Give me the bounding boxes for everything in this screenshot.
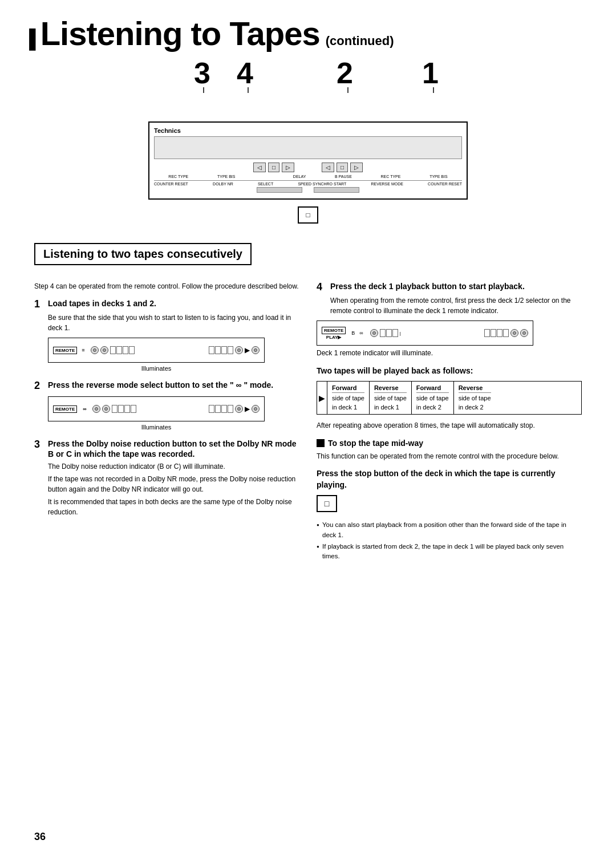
page-title-main: Listening to Tapes [40, 17, 320, 50]
step-3-body-2: If the tape was not recorded in a Dolby … [48, 474, 299, 494]
knob-4d [520, 329, 528, 337]
ctrl-labels: REC TYPETYPE BIS DELAYB PAUSEREC TYPETYP… [154, 175, 462, 179]
diagram-area: 3 4 2 1 Technics ◁ □ ▷ ◁ □ ▷ [34, 56, 582, 226]
illuminates-1: Illuminates [48, 365, 265, 372]
knob-1d [252, 346, 260, 354]
device-controls-row: ◁ □ ▷ ◁ □ ▷ [154, 163, 462, 172]
device-bottom-controls: COUNTER RESET DOLBY NR SELECT SPEED SYNC… [154, 180, 462, 186]
col-right: 4 Press the deck 1 playback button to st… [317, 281, 582, 563]
knob-1a [91, 346, 99, 354]
playback-flow-table: ▶ Forward side of tape in deck 1 Reverse… [317, 381, 582, 415]
step-3-block: 3 Press the Dolby noise reduction button… [34, 439, 299, 517]
bullet-note-2: If playback is started from deck 2, the … [317, 542, 582, 562]
stop-button-diagram: □ [298, 206, 318, 224]
step-1-header: 1 Load tapes in decks 1 and 2. [34, 298, 299, 310]
step-2-title: Press the reverse mode select button to … [48, 380, 273, 390]
step-4-header: 4 Press the deck 1 playback button to st… [317, 281, 582, 293]
step-1-body: Be sure that the side that you wish to s… [48, 313, 299, 333]
device-display [154, 136, 462, 159]
dots-2a [112, 405, 136, 413]
dots-1a [110, 346, 135, 354]
dots-4b [484, 329, 509, 337]
dots-1b [209, 346, 233, 354]
step-3-header: 3 Press the Dolby noise reduction button… [34, 439, 299, 459]
step-4-body: When operating from the remote control, … [330, 295, 582, 316]
device-sliders [154, 187, 462, 193]
remote-label-2: REMOTE [53, 405, 77, 413]
ctrl-btn-stop-right: □ [337, 163, 348, 172]
step-3-body-1: The Dolby noise reduction indicator (B o… [48, 461, 299, 472]
to-stop-body: This function can be operated from the r… [317, 451, 582, 461]
bullet-mark: ▐ [23, 30, 36, 48]
to-stop-heading: To stop the tape mid-way [317, 439, 582, 448]
deck1-illuminates: Deck 1 remote indicator will illuminate. [317, 348, 582, 358]
knob-4a [370, 329, 378, 337]
col-left: Step 4 can be operated from the remote c… [34, 281, 299, 563]
remote-label-4: REMOTE [322, 327, 346, 334]
knob-2a [92, 405, 100, 413]
step-3-body: The Dolby noise reduction indicator (B o… [48, 461, 299, 517]
ctrl-btn-rew-left: ◁ [253, 163, 266, 172]
knob-2d [252, 405, 260, 413]
step-2-header: 2 Press the reverse mode select button t… [34, 380, 299, 392]
dots-2b [209, 405, 233, 413]
step-4-title: Press the deck 1 playback button to star… [330, 281, 525, 291]
step-3-title: Press the Dolby noise reduction button t… [48, 439, 299, 459]
device-illustration: Technics ◁ □ ▷ ◁ □ ▷ REC TYPETYPE BIS DE… [148, 121, 468, 200]
knob-1b [100, 346, 108, 354]
intro-text: Step 4 can be operated from the remote c… [34, 281, 299, 291]
knob-4c [510, 329, 518, 337]
step-numbers-row: 3 4 2 1 [148, 56, 468, 93]
stop-button-right: □ [317, 495, 337, 512]
step-3-body-3: It is recommended that tapes in both dec… [48, 497, 299, 517]
ctrl-btn-rew-right: ◁ [322, 163, 334, 172]
main-content: Step 4 can be operated from the remote c… [34, 281, 582, 563]
play-col-4: Reverse side of tape in deck 2 [454, 382, 496, 414]
step-2-block: 2 Press the reverse mode select button t… [34, 380, 299, 431]
play-col-3: Forward side of tape in deck 2 [412, 382, 454, 414]
device-brand: Technics [154, 127, 462, 134]
remote-display-4: REMOTE PLAY▶ B ∞ | [317, 321, 533, 346]
play-label: PLAY▶ [322, 335, 346, 340]
step-1-title: Load tapes in decks 1 and 2. [48, 298, 156, 309]
ctrl-btn-stop-left: □ [268, 163, 279, 172]
play-col-1: Forward side of tape in deck 1 [327, 382, 370, 414]
page-number: 36 [34, 831, 46, 843]
step-1-number: 1 [34, 298, 43, 310]
after-repeat-text: After repeating above operation 8 times,… [317, 420, 582, 431]
black-square-icon [317, 439, 325, 447]
knob-1c [235, 346, 243, 354]
remote-display-1: REMOTE ≡ ▶ [48, 338, 265, 363]
remote-stop-button-area: □ [298, 204, 318, 226]
two-tapes-heading: Two tapes will be played back as follows… [317, 366, 582, 375]
play-col-2: Reverse side of tape in deck 1 [370, 382, 412, 414]
page-header: ▐ Listening to Tapes (continued) [23, 17, 582, 50]
ctrl-btn-play-left: ▷ [282, 163, 294, 172]
knob-2b [102, 405, 110, 413]
dots-4a [380, 329, 398, 337]
page-title-sub: (continued) [326, 34, 394, 48]
bullet-notes: You can also start playback from a posit… [317, 520, 582, 561]
ctrl-btn-play-right: ▷ [350, 163, 363, 172]
remote-display-2: REMOTE ∞ ▶ [48, 396, 265, 421]
remote-label-1: REMOTE [53, 347, 77, 354]
section-heading: Listening to two tapes consecutively [34, 243, 252, 265]
step-4-number: 4 [317, 281, 326, 293]
step-1-block: 1 Load tapes in decks 1 and 2. Be sure t… [34, 298, 299, 372]
step-arrows-svg [148, 56, 468, 93]
play-arrow: ▶ [317, 382, 327, 414]
step-2-number: 2 [34, 380, 43, 392]
to-stop-label: To stop the tape mid-way [328, 439, 423, 448]
illuminates-2: Illuminates [48, 424, 265, 431]
step-4-block: 4 Press the deck 1 playback button to st… [317, 281, 582, 358]
bullet-note-1: You can also start playback from a posit… [317, 520, 582, 540]
press-stop-heading: Press the stop button of the deck in whi… [317, 468, 582, 490]
knob-2c [235, 405, 243, 413]
step-3-number: 3 [34, 439, 43, 451]
